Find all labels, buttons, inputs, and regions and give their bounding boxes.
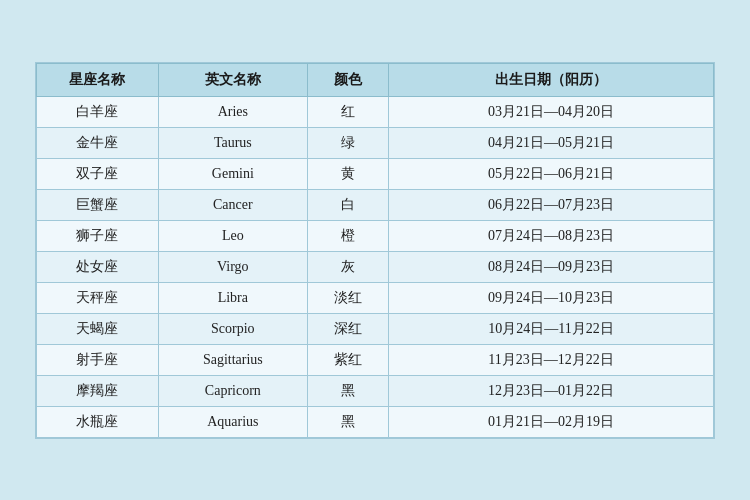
cell-date: 06月22日—07月23日 xyxy=(389,189,714,220)
table-row: 天秤座Libra淡红09月24日—10月23日 xyxy=(37,282,714,313)
cell-en: Sagittarius xyxy=(158,344,307,375)
cell-zh: 水瓶座 xyxy=(37,406,159,437)
cell-zh: 金牛座 xyxy=(37,127,159,158)
cell-zh: 双子座 xyxy=(37,158,159,189)
cell-date: 03月21日—04月20日 xyxy=(389,96,714,127)
table-body: 白羊座Aries红03月21日—04月20日金牛座Taurus绿04月21日—0… xyxy=(37,96,714,437)
cell-zh: 处女座 xyxy=(37,251,159,282)
cell-color: 黑 xyxy=(307,406,388,437)
cell-date: 09月24日—10月23日 xyxy=(389,282,714,313)
table-row: 处女座Virgo灰08月24日—09月23日 xyxy=(37,251,714,282)
cell-color: 黄 xyxy=(307,158,388,189)
cell-en: Virgo xyxy=(158,251,307,282)
cell-color: 紫红 xyxy=(307,344,388,375)
header-date: 出生日期（阳历） xyxy=(389,63,714,96)
cell-color: 淡红 xyxy=(307,282,388,313)
cell-date: 07月24日—08月23日 xyxy=(389,220,714,251)
table-row: 天蝎座Scorpio深红10月24日—11月22日 xyxy=(37,313,714,344)
table-row: 射手座Sagittarius紫红11月23日—12月22日 xyxy=(37,344,714,375)
table-row: 双子座Gemini黄05月22日—06月21日 xyxy=(37,158,714,189)
cell-date: 12月23日—01月22日 xyxy=(389,375,714,406)
cell-color: 橙 xyxy=(307,220,388,251)
cell-zh: 巨蟹座 xyxy=(37,189,159,220)
cell-color: 白 xyxy=(307,189,388,220)
header-zh: 星座名称 xyxy=(37,63,159,96)
cell-en: Scorpio xyxy=(158,313,307,344)
cell-en: Capricorn xyxy=(158,375,307,406)
cell-en: Libra xyxy=(158,282,307,313)
cell-date: 01月21日—02月19日 xyxy=(389,406,714,437)
cell-date: 11月23日—12月22日 xyxy=(389,344,714,375)
cell-en: Gemini xyxy=(158,158,307,189)
cell-date: 04月21日—05月21日 xyxy=(389,127,714,158)
cell-zh: 摩羯座 xyxy=(37,375,159,406)
cell-color: 黑 xyxy=(307,375,388,406)
cell-zh: 白羊座 xyxy=(37,96,159,127)
cell-zh: 天秤座 xyxy=(37,282,159,313)
cell-zh: 射手座 xyxy=(37,344,159,375)
table-row: 白羊座Aries红03月21日—04月20日 xyxy=(37,96,714,127)
table-row: 水瓶座Aquarius黑01月21日—02月19日 xyxy=(37,406,714,437)
cell-date: 10月24日—11月22日 xyxy=(389,313,714,344)
cell-en: Leo xyxy=(158,220,307,251)
table-row: 巨蟹座Cancer白06月22日—07月23日 xyxy=(37,189,714,220)
cell-color: 绿 xyxy=(307,127,388,158)
cell-zh: 天蝎座 xyxy=(37,313,159,344)
header-color: 颜色 xyxy=(307,63,388,96)
cell-en: Taurus xyxy=(158,127,307,158)
cell-color: 红 xyxy=(307,96,388,127)
zodiac-table-container: 星座名称 英文名称 颜色 出生日期（阳历） 白羊座Aries红03月21日—04… xyxy=(35,62,715,439)
table-row: 狮子座Leo橙07月24日—08月23日 xyxy=(37,220,714,251)
cell-zh: 狮子座 xyxy=(37,220,159,251)
cell-en: Cancer xyxy=(158,189,307,220)
cell-date: 08月24日—09月23日 xyxy=(389,251,714,282)
table-header-row: 星座名称 英文名称 颜色 出生日期（阳历） xyxy=(37,63,714,96)
cell-date: 05月22日—06月21日 xyxy=(389,158,714,189)
table-row: 金牛座Taurus绿04月21日—05月21日 xyxy=(37,127,714,158)
cell-en: Aries xyxy=(158,96,307,127)
cell-en: Aquarius xyxy=(158,406,307,437)
header-en: 英文名称 xyxy=(158,63,307,96)
table-row: 摩羯座Capricorn黑12月23日—01月22日 xyxy=(37,375,714,406)
cell-color: 灰 xyxy=(307,251,388,282)
cell-color: 深红 xyxy=(307,313,388,344)
zodiac-table: 星座名称 英文名称 颜色 出生日期（阳历） 白羊座Aries红03月21日—04… xyxy=(36,63,714,438)
